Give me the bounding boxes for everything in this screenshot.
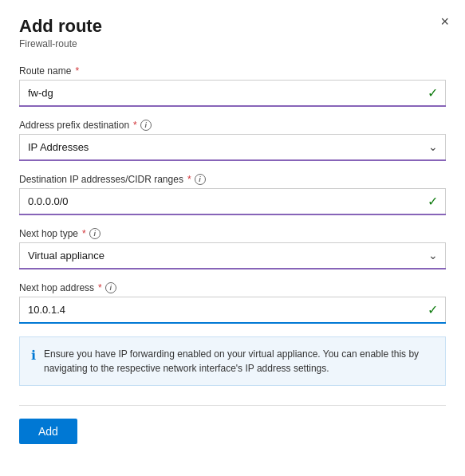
route-name-check-icon: ✓ — [428, 85, 438, 100]
next-hop-address-info-icon[interactable]: i — [105, 282, 116, 293]
next-hop-type-select-wrap: Virtual appliance Internet None VNet gat… — [19, 242, 446, 269]
info-box: ℹ Ensure you have IP forwarding enabled … — [19, 336, 446, 386]
route-name-label: Route name * — [19, 65, 446, 77]
destination-ip-info-icon[interactable]: i — [195, 174, 206, 185]
panel-title: Add route — [19, 16, 446, 37]
destination-ip-group: Destination IP addresses/CIDR ranges * i… — [19, 174, 446, 215]
address-prefix-select[interactable]: IP Addresses Service Tag CIDR — [19, 134, 446, 159]
next-hop-address-input-wrap: ✓ — [19, 297, 446, 324]
next-hop-address-input[interactable] — [19, 297, 446, 322]
address-prefix-info-icon[interactable]: i — [140, 120, 152, 131]
route-name-input-wrap: ✓ — [19, 80, 446, 107]
add-button[interactable]: Add — [19, 419, 77, 444]
next-hop-address-group: Next hop address * i ✓ — [19, 282, 446, 324]
next-hop-type-label: Next hop type * i — [19, 228, 446, 239]
destination-ip-input[interactable] — [19, 188, 446, 214]
next-hop-type-info-icon[interactable]: i — [89, 228, 100, 239]
close-button[interactable]: × — [440, 14, 449, 29]
add-route-panel: × Add route Firewall-route Route name * … — [0, 0, 465, 476]
next-hop-address-check-icon: ✓ — [428, 302, 438, 317]
destination-ip-label: Destination IP addresses/CIDR ranges * i — [19, 174, 446, 185]
route-name-group: Route name * ✓ — [19, 65, 446, 107]
next-hop-type-select[interactable]: Virtual appliance Internet None VNet gat… — [19, 242, 446, 268]
next-hop-type-group: Next hop type * i Virtual appliance Inte… — [19, 228, 446, 269]
next-hop-address-label: Next hop address * i — [19, 282, 446, 293]
route-name-input[interactable] — [19, 80, 446, 105]
divider — [19, 405, 446, 406]
address-prefix-group: Address prefix destination * i IP Addres… — [19, 120, 446, 161]
destination-ip-input-wrap: ✓ — [19, 188, 446, 215]
address-prefix-select-wrap: IP Addresses Service Tag CIDR ⌄ — [19, 134, 446, 161]
info-box-icon: ℹ — [31, 348, 36, 363]
destination-ip-check-icon: ✓ — [428, 194, 438, 209]
info-box-text: Ensure you have IP forwarding enabled on… — [44, 347, 434, 376]
address-prefix-label: Address prefix destination * i — [19, 120, 446, 131]
panel-subtitle: Firewall-route — [19, 38, 446, 49]
